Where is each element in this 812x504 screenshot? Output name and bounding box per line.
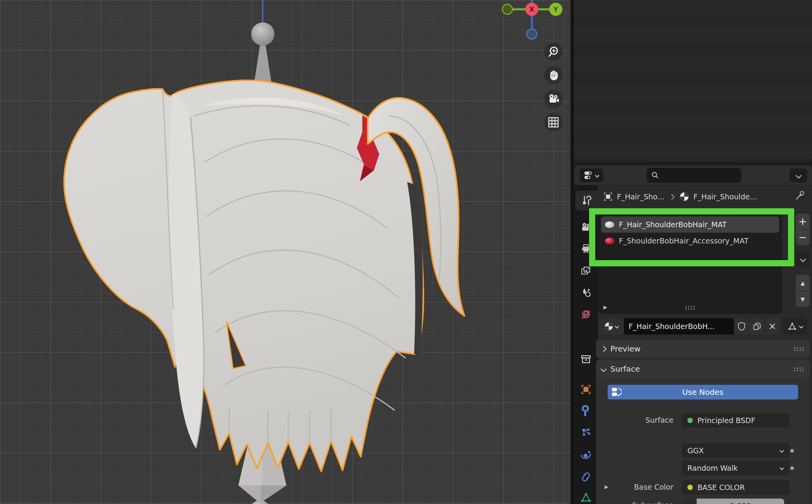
list-resize-grip[interactable] [685,305,696,310]
zoom-tool-button[interactable] [544,43,563,61]
navigation-gizmo[interactable]: X Y [495,0,570,46]
tab-object-data[interactable] [574,487,598,504]
search-input[interactable] [647,168,741,183]
breadcrumb-object[interactable]: F_Hair_Sho... [617,192,664,201]
panel-drag-grip[interactable] [793,347,804,351]
list-filter-toggle[interactable]: ▶ [603,304,607,310]
subsurface-method-dropdown[interactable]: Random Walk [682,461,790,475]
surface-panel-title: Surface [610,364,640,374]
armature-bone-top[interactable] [251,0,274,82]
animate-decorator[interactable] [790,466,794,470]
chevron-right-icon [669,194,675,200]
outliner-editor[interactable] [574,0,812,162]
color-socket-icon [687,485,693,490]
material-name-field[interactable]: F_Hair_ShoulderBobH... [624,318,734,334]
world-globe-icon [580,309,592,320]
surface-shader-field[interactable]: Principled BSDF [682,413,790,428]
chevron-down-icon [779,466,784,470]
material-slot-row[interactable]: F_ShoulderBobHair_Accessory_MAT [601,233,779,249]
tab-world[interactable] [574,304,598,324]
hair-mesh-selected[interactable] [64,81,464,471]
chevron-down-icon [795,172,802,178]
particles-icon [580,427,592,439]
camera-view-button[interactable] [544,90,563,108]
gizmo-y-label: Y [553,6,558,13]
preview-panel-title: Preview [610,344,641,353]
chevron-down-icon [615,324,619,328]
tab-scene[interactable] [574,283,598,303]
material-slot-row[interactable]: F_Hair_ShoulderBobHair_MAT [601,216,779,233]
use-nodes-button[interactable]: Use Nodes [608,385,798,399]
tab-collection[interactable] [574,349,598,369]
move-slot-down-button[interactable]: ▼ [796,291,810,307]
tab-render[interactable] [574,217,598,237]
3d-viewport[interactable]: X Y [0,0,570,504]
new-material-button[interactable] [749,318,764,334]
tool-icon [581,195,593,206]
tab-view-layer[interactable] [574,261,598,281]
distribution-dropdown[interactable]: GGX [682,443,790,458]
viewport-canvas [0,0,570,504]
shield-icon [737,322,746,331]
animate-decorator[interactable] [790,449,794,453]
close-icon: × [768,321,776,332]
surface-panel-header[interactable]: Surface [596,360,810,378]
tab-tool[interactable] [576,190,598,211]
pin-icon[interactable] [794,190,806,202]
link-material-target-button[interactable] [783,318,807,334]
subsurface-label: Subsurface [619,501,673,504]
panel-drag-grip[interactable] [793,367,804,371]
browse-material-button[interactable] [598,318,624,334]
search-icon [651,171,660,180]
properties-editor: F_Hair_Sho... F_Hair_Shoulde... F_Hair_S… [574,166,812,504]
base-color-expand-triangle[interactable]: ▶ [605,484,608,490]
tab-physics[interactable] [574,445,598,465]
material-specials-button[interactable] [796,251,810,267]
subsurface-value: 0.000 [730,502,751,504]
chevron-down-icon [601,366,607,372]
add-material-slot-button[interactable]: + [796,214,810,229]
gizmo-x-label: X [529,6,534,13]
material-slot-name: F_ShoulderBobHair_Accessory_MAT [619,237,749,245]
editor-type-button[interactable] [579,168,603,182]
blender-window: { "viewport": { "gizmo": { "x_label": "X… [0,0,812,504]
tab-constraints[interactable] [574,467,598,487]
surface-row-label: Surface [619,416,673,424]
copy-pages-icon [752,322,762,331]
base-color-field[interactable]: BASE COLOR [682,480,790,495]
subsurface-slider[interactable]: 0.000 [697,499,784,504]
breadcrumb-material[interactable]: F_Hair_Shoulde... [693,192,757,201]
material-sphere-white-icon [605,221,614,228]
remove-material-slot-button[interactable]: − [796,230,810,245]
tab-object[interactable] [574,379,598,399]
fake-user-button[interactable] [734,318,749,334]
header-options-button[interactable] [790,168,807,182]
constraints-icon [580,471,592,483]
grid-ortho-icon [547,116,560,129]
orthographic-grid-button[interactable] [544,113,563,132]
physics-icon [580,449,592,461]
chevron-right-icon [601,346,607,352]
modifiers-wrench-icon [580,405,592,417]
editor-divider[interactable] [570,0,574,504]
preview-panel-header[interactable]: Preview [596,340,810,358]
material-checker-icon [604,322,613,331]
chevron-down-icon [800,256,806,262]
mesh-data-link-icon [787,321,797,331]
subsurface-socket-cell[interactable] [682,499,697,504]
gizmo-neg-y-ball[interactable] [502,4,512,14]
unlink-material-button[interactable]: × [764,318,780,334]
material-name: F_Hair_ShoulderBobH... [629,322,714,331]
zoom-icon [547,45,560,58]
properties-tab-column [574,185,598,504]
gizmo-neg-z-ball[interactable] [527,29,537,39]
scene-icon [580,287,592,298]
surface-shader-value: Principled BSDF [697,416,755,425]
right-column: F_Hair_Sho... F_Hair_Shoulde... F_Hair_S… [574,0,812,504]
move-slot-up-button[interactable]: ▲ [796,275,810,291]
tab-modifiers[interactable] [574,401,598,421]
tab-particles[interactable] [574,423,598,443]
surface-panel: Surface Use Nodes Surface Principled BSD… [596,360,810,504]
tab-output[interactable] [574,239,598,259]
pan-tool-button[interactable] [544,66,563,84]
